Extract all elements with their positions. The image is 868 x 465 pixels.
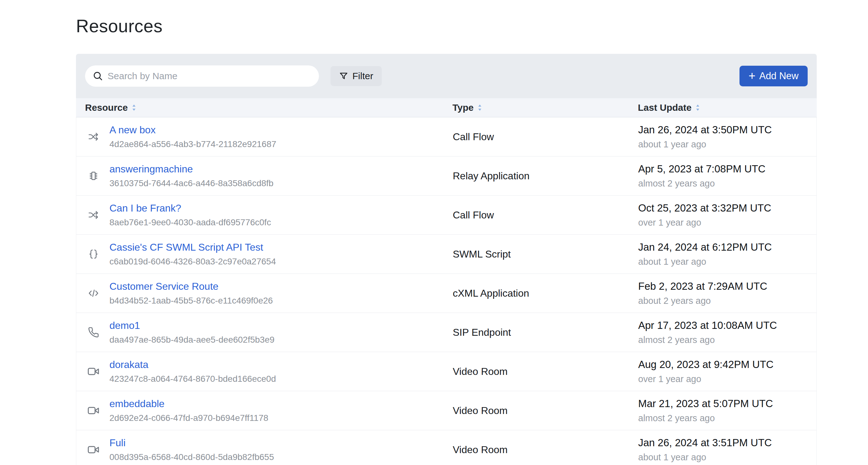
resource-cell: Customer Service Route b4d34b52-1aab-45b… [76,274,453,313]
resource-name-link[interactable]: demo1 [110,320,140,331]
type-cell: Call Flow [453,196,638,234]
shuffle-icon [87,131,100,143]
resource-id: 423247c8-a064-4764-8670-bded166ece0d [110,375,276,383]
column-header-type[interactable]: Type [453,102,638,113]
column-header-label: Type [453,102,474,113]
resource-cell: Can I be Frank? 8aeb76e1-9ee0-4030-aada-… [76,196,453,234]
update-relative-time: about 2 years ago [638,296,816,306]
search-input[interactable] [107,67,315,85]
resource-cell: demo1 daa497ae-865b-49da-aee5-dee602f5b3… [76,313,453,352]
table-body: A new box 4d2ae864-a556-4ab3-b774-21182e… [76,117,817,465]
type-cell: Video Room [453,352,638,391]
phone-icon [87,327,100,338]
sort-icon [477,104,483,112]
resource-id: 008d395a-6568-40cd-860d-5da9b82fb655 [110,453,274,462]
table-row[interactable]: Fuli 008d395a-6568-40cd-860d-5da9b82fb65… [76,430,816,465]
update-timestamp: Oct 25, 2023 at 3:32PM UTC [638,203,816,214]
table-row[interactable]: dorakata 423247c8-a064-4764-8670-bded166… [76,352,816,391]
type-cell: Video Room [453,391,638,430]
resource-name-link[interactable]: Can I be Frank? [110,203,181,214]
column-header-label: Resource [85,102,128,113]
type-cell: Video Room [453,430,638,465]
filter-button[interactable]: Filter [331,66,382,86]
table-header-row: Resource Type Last Update [76,98,817,117]
last-update-cell: Apr 5, 2023 at 7:08PM UTC almost 2 years… [638,156,816,195]
search-icon [93,71,103,81]
type-cell: SIP Endpoint [453,313,638,352]
resource-cell: Cassie's CF SWML Script API Test c6ab019… [76,235,453,273]
update-relative-time: over 1 year ago [638,375,816,384]
update-relative-time: almost 2 years ago [638,336,816,345]
update-relative-time: about 1 year ago [638,453,816,462]
type-cell: Call Flow [453,117,638,156]
update-timestamp: Aug 20, 2023 at 9:42PM UTC [638,359,816,370]
page-title: Resources [76,16,868,36]
chip-icon [87,170,100,182]
resources-panel: Filter + Add New Resource Type [76,54,817,465]
type-cell: SWML Script [453,235,638,273]
resource-id: b4d34b52-1aab-45b5-876c-e11c469f0e26 [110,296,273,305]
resource-id: 8aeb76e1-9ee0-4030-aada-df695776c0fc [110,218,271,227]
code-icon [87,287,100,299]
resource-id: 3610375d-7644-4ac6-a446-8a358a6cd8fb [110,179,274,188]
update-relative-time: over 1 year ago [638,218,816,227]
update-relative-time: about 1 year ago [638,140,816,149]
resource-name-link[interactable]: Customer Service Route [110,281,219,292]
resource-cell: embeddable 2d692e24-c066-47fd-a970-b694e… [76,391,453,430]
video-camera-icon [87,404,100,417]
table-row[interactable]: embeddable 2d692e24-c066-47fd-a970-b694e… [76,391,816,430]
last-update-cell: Apr 17, 2023 at 10:08AM UTC almost 2 yea… [638,313,816,352]
resource-name-link[interactable]: Cassie's CF SWML Script API Test [110,242,263,253]
table-toolbar: Filter + Add New [76,54,817,98]
sort-icon [131,104,137,112]
update-timestamp: Jan 26, 2024 at 3:50PM UTC [638,124,816,136]
resource-id: daa497ae-865b-49da-aee5-dee602f5b3e9 [110,336,275,344]
update-timestamp: Apr 5, 2023 at 7:08PM UTC [638,164,816,175]
last-update-cell: Mar 21, 2023 at 5:07PM UTC almost 2 year… [638,391,816,430]
update-timestamp: Apr 17, 2023 at 10:08AM UTC [638,320,816,331]
table-row[interactable]: Cassie's CF SWML Script API Test c6ab019… [76,235,816,274]
resource-name-link[interactable]: Fuli [110,438,126,448]
update-relative-time: about 1 year ago [638,257,816,266]
add-new-label: Add New [759,70,799,82]
resource-name-link[interactable]: dorakata [110,359,149,370]
filter-label: Filter [352,71,373,81]
last-update-cell: Jan 26, 2024 at 3:51PM UTC about 1 year … [638,430,816,465]
resource-id: 2d692e24-c066-47fd-a970-b694e7ff1178 [110,414,268,423]
sort-icon [695,104,701,112]
table-row[interactable]: demo1 daa497ae-865b-49da-aee5-dee602f5b3… [76,313,816,352]
resource-id: 4d2ae864-a556-4ab3-b774-21182e921687 [110,140,276,149]
video-camera-icon [87,443,100,456]
last-update-cell: Feb 2, 2023 at 7:29AM UTC about 2 years … [638,274,816,313]
resources-page: Resources Filter + Add New [0,0,868,465]
table-row[interactable]: Can I be Frank? 8aeb76e1-9ee0-4030-aada-… [76,196,816,235]
resource-name-link[interactable]: A new box [110,125,156,136]
resource-cell: dorakata 423247c8-a064-4764-8670-bded166… [76,352,453,391]
last-update-cell: Aug 20, 2023 at 9:42PM UTC over 1 year a… [638,352,816,391]
table-row[interactable]: Customer Service Route b4d34b52-1aab-45b… [76,274,816,313]
type-cell: cXML Application [453,274,638,313]
update-timestamp: Feb 2, 2023 at 7:29AM UTC [638,281,816,292]
resource-id: c6ab019d-6046-4326-80a3-2c97e0a27654 [110,257,276,266]
last-update-cell: Jan 24, 2024 at 6:12PM UTC about 1 year … [638,235,816,273]
resource-cell: Fuli 008d395a-6568-40cd-860d-5da9b82fb65… [76,430,453,465]
resource-name-link[interactable]: answeringmachine [110,164,193,175]
last-update-cell: Oct 25, 2023 at 3:32PM UTC over 1 year a… [638,196,816,234]
update-timestamp: Jan 26, 2024 at 3:51PM UTC [638,437,816,448]
filter-funnel-icon [339,71,348,81]
column-header-last-update[interactable]: Last Update [638,102,817,113]
last-update-cell: Jan 26, 2024 at 3:50PM UTC about 1 year … [638,117,816,156]
video-camera-icon [87,365,100,378]
shuffle-icon [87,209,100,221]
update-timestamp: Jan 24, 2024 at 6:12PM UTC [638,242,816,253]
add-new-button[interactable]: + Add New [740,66,808,86]
update-timestamp: Mar 21, 2023 at 5:07PM UTC [638,398,816,409]
braces-icon [87,248,100,260]
update-relative-time: almost 2 years ago [638,414,816,423]
column-header-resource[interactable]: Resource [76,102,453,113]
resource-name-link[interactable]: embeddable [110,399,164,409]
resource-cell: answeringmachine 3610375d-7644-4ac6-a446… [76,156,453,195]
table-row[interactable]: A new box 4d2ae864-a556-4ab3-b774-21182e… [76,117,816,156]
table-row[interactable]: answeringmachine 3610375d-7644-4ac6-a446… [76,156,816,196]
search-box[interactable] [85,65,319,87]
